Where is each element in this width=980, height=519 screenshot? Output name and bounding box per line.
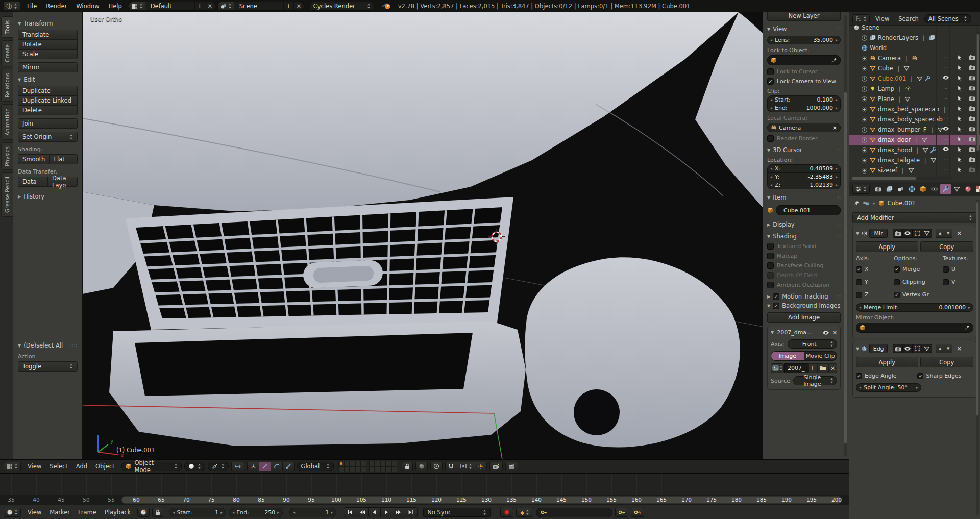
apply-button[interactable]: Apply: [856, 357, 918, 367]
image-browse-button[interactable]: [771, 363, 784, 373]
properties-tab-constraints[interactable]: [929, 184, 940, 194]
expand-icon[interactable]: +: [862, 147, 867, 153]
panel-header-motion-tracking[interactable]: ▶✓Motion Tracking∷: [767, 293, 841, 300]
cage-toggle[interactable]: [922, 344, 932, 353]
delete-modifier-button[interactable]: ×: [957, 230, 962, 237]
duplicate-button[interactable]: Duplicate: [18, 86, 78, 96]
clip-end-field[interactable]: ◂End:1000.000▸: [767, 104, 841, 112]
vertex-groups-checkbox[interactable]: ✓Vertex Gr: [894, 291, 943, 298]
layer-cell-10[interactable]: [361, 466, 366, 472]
copy-button[interactable]: Copy: [920, 241, 973, 252]
lock-time-toggle[interactable]: [152, 508, 163, 517]
layer-cell-14[interactable]: [386, 461, 391, 466]
scene-selector[interactable]: Scene + ×: [217, 2, 304, 11]
timeline-menu-view[interactable]: View: [23, 509, 45, 516]
renderability-toggle[interactable]: [969, 157, 975, 162]
scene-name[interactable]: Scene: [234, 3, 283, 10]
viewport-menu-add[interactable]: Add: [72, 463, 91, 470]
render-toggle[interactable]: [893, 344, 903, 353]
menu-search[interactable]: Search: [895, 15, 922, 22]
properties-tab-texture[interactable]: [974, 184, 980, 194]
expand-icon[interactable]: +: [862, 56, 867, 61]
render-engine-select[interactable]: Cycles Render: [309, 2, 375, 11]
ambient-occlusion-checkbox[interactable]: Ambient Occlusion: [767, 282, 841, 288]
add-modifier-select[interactable]: Add Modifier: [852, 212, 977, 223]
lock-to-cursor-checkbox[interactable]: Lock to Cursor: [767, 68, 841, 75]
shelf-tab-tools[interactable]: Tools: [1, 16, 13, 38]
move-up-button[interactable]: ▲: [936, 344, 944, 353]
textured-solid-checkbox[interactable]: Textured Solid: [767, 243, 841, 250]
layer-cell-13[interactable]: [380, 461, 386, 466]
layer-cell-1[interactable]: [338, 461, 344, 466]
layer-cell-17[interactable]: [375, 466, 380, 472]
delete-keyframe-button[interactable]: [631, 508, 644, 517]
snap-target-button[interactable]: [475, 462, 487, 471]
visibility-toggle[interactable]: [942, 55, 949, 60]
layer-cell-11[interactable]: [369, 461, 375, 466]
open-file-button[interactable]: [817, 363, 828, 373]
selectability-toggle[interactable]: [957, 106, 963, 112]
editmode-toggle[interactable]: [912, 229, 922, 238]
layer-cell-18[interactable]: [380, 466, 386, 472]
move-up-button[interactable]: ▲: [936, 229, 944, 238]
texture-u-checkbox[interactable]: U: [943, 266, 973, 273]
axis-x-checkbox[interactable]: ✓X: [856, 266, 894, 273]
rotate-button[interactable]: Rotate: [18, 39, 78, 50]
opengl-render-anim-button[interactable]: [505, 462, 518, 471]
snap-toggle[interactable]: [445, 462, 457, 471]
lock-camera-checkbox[interactable]: ✓Lock Camera to View: [767, 78, 841, 85]
npanel-scrollbar[interactable]: [844, 15, 847, 456]
expand-icon[interactable]: +: [862, 117, 867, 122]
cursor-z-field[interactable]: ◂Z:1.02139▸: [767, 181, 841, 189]
visibility-toggle[interactable]: [942, 106, 949, 111]
outliner-row-dmax_bumper_f[interactable]: +dmax_bumper_F❘: [849, 125, 980, 135]
panel-header-view[interactable]: ▼View∷: [767, 26, 841, 33]
outliner-row-renderlayers[interactable]: +RenderLayers❘: [849, 33, 980, 43]
transform-orientation-select[interactable]: Global: [297, 462, 334, 471]
layout-name[interactable]: Default: [145, 3, 194, 10]
shelf-tab-relations[interactable]: Relations: [1, 69, 13, 102]
renderability-toggle[interactable]: [969, 65, 975, 70]
clip-start-field[interactable]: ◂Start:0.100▸: [767, 95, 841, 104]
timeline-menu-frame[interactable]: Frame: [74, 509, 101, 516]
screen-layout-selector[interactable]: Default + ×: [129, 2, 215, 11]
frame-end-field[interactable]: ◂End:250▸: [229, 508, 283, 517]
shelf-tab-grease-pencil[interactable]: Grease Pencil: [1, 172, 13, 217]
sync-mode-select[interactable]: No Sync: [423, 508, 491, 517]
eyedropper-icon[interactable]: [964, 325, 970, 331]
outliner-row-cube[interactable]: +Cube❘: [849, 63, 980, 73]
merge-limit-field[interactable]: ◂Merge Limit:0.001000▸: [856, 303, 973, 312]
layer-cell-2[interactable]: [344, 461, 350, 466]
viewport-toggle[interactable]: [902, 229, 913, 238]
outliner-row-world[interactable]: World: [849, 43, 980, 53]
viewport-menu-view[interactable]: View: [23, 463, 45, 470]
preview-range-toggle[interactable]: [137, 508, 150, 517]
renderability-toggle[interactable]: [969, 167, 975, 172]
manipulator-toggle[interactable]: [247, 462, 259, 471]
layers-widget[interactable]: [338, 461, 397, 472]
add-layout-button[interactable]: +: [194, 2, 205, 10]
image-datablock-field[interactable]: 2007_: [784, 363, 808, 373]
action-toggle-select[interactable]: Toggle: [18, 361, 78, 372]
remove-bg-image-button[interactable]: ×: [832, 329, 837, 336]
sharp-edges-checkbox[interactable]: ✓Sharp Edges: [917, 373, 973, 379]
shelf-tab-physics[interactable]: Physics: [1, 142, 13, 170]
editor-type-button[interactable]: [852, 14, 870, 23]
visibility-toggle[interactable]: [942, 146, 949, 152]
visibility-toggle[interactable]: [942, 136, 949, 141]
layer-cell-8[interactable]: [350, 466, 355, 472]
insert-keyframe-button[interactable]: [615, 508, 628, 517]
snap-element-select[interactable]: [457, 462, 475, 471]
renderability-toggle[interactable]: [969, 85, 975, 91]
properties-tab-object[interactable]: [918, 184, 928, 194]
viewport-menu-select[interactable]: Select: [45, 463, 71, 470]
modifier-name-field[interactable]: Mir: [869, 229, 888, 238]
data-layout-button[interactable]: Data Layo: [47, 177, 78, 187]
bg-image-name[interactable]: 2007_dma...: [777, 329, 819, 336]
current-frame-field[interactable]: ◂1▸: [289, 508, 336, 517]
duplicate-linked-button[interactable]: Duplicate Linked: [18, 95, 78, 106]
layer-cell-15[interactable]: [391, 461, 397, 466]
editor-type-button[interactable]: i: [3, 2, 20, 11]
layer-cell-9[interactable]: [355, 466, 361, 472]
renderability-toggle[interactable]: [969, 126, 975, 132]
